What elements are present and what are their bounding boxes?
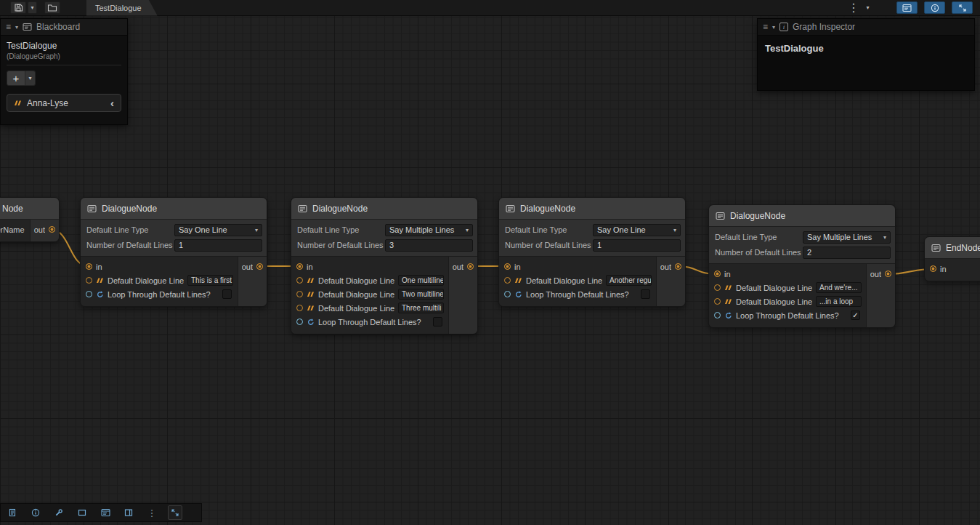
input-port-dialogue-line-1[interactable]: Default Dialogue Line 1 And we're...	[709, 281, 866, 294]
file-panel-button[interactable]	[5, 505, 20, 520]
output-port-out[interactable]: out	[867, 267, 891, 281]
drag-handle-icon[interactable]: ≡	[763, 23, 768, 31]
tools-button[interactable]	[52, 505, 66, 520]
port-connector-icon[interactable]	[296, 291, 303, 297]
drag-handle-icon[interactable]: ≡	[6, 23, 11, 31]
toggle-blackboard-button[interactable]	[896, 1, 918, 14]
toggle-inspector-button[interactable]	[924, 1, 945, 14]
output-port-out[interactable]: out	[31, 223, 55, 236]
blackboard-panel-button[interactable]	[98, 505, 113, 520]
output-port-out[interactable]: out	[238, 260, 263, 273]
port-connector-icon[interactable]	[296, 318, 303, 325]
more-options-button[interactable]: ⋮	[145, 505, 159, 520]
loop-checkbox[interactable]	[222, 289, 232, 299]
fullscreen-button[interactable]	[168, 505, 182, 520]
port-connector-icon[interactable]	[930, 265, 936, 272]
dialogue-line-input[interactable]: Another regu	[606, 275, 652, 286]
graph-inspector-panel[interactable]: ≡ ▾ i Graph Inspector TestDialogue	[757, 18, 975, 91]
save-button[interactable]	[10, 1, 26, 14]
panel-toggle-button[interactable]	[121, 505, 136, 520]
port-connector-icon[interactable]	[504, 291, 511, 297]
port-connector-icon[interactable]	[714, 284, 721, 291]
collapse-arrow-icon[interactable]: ▾	[15, 24, 18, 31]
port-connector-icon[interactable]	[504, 263, 511, 270]
input-port-in[interactable]: in	[709, 267, 866, 281]
loop-checkbox[interactable]	[433, 317, 442, 326]
input-port-dialogue-line-2[interactable]: Default Dialogue Line 2 ...in a loop	[709, 294, 866, 308]
input-port-loop[interactable]: Loop Through Default Lines?	[81, 287, 238, 301]
end-node[interactable]: EndNode in	[924, 236, 980, 281]
port-connector-icon[interactable]	[49, 226, 55, 233]
loop-checkbox[interactable]	[641, 289, 650, 299]
number-of-lines-field[interactable]: 3	[385, 239, 473, 252]
output-port-out[interactable]: out	[449, 260, 474, 273]
inspector-panel-button[interactable]	[28, 505, 43, 520]
input-port-loop[interactable]: Loop Through Default Lines?	[499, 287, 656, 301]
node-title-bar[interactable]: DialogueNode	[81, 198, 267, 220]
input-port-loop[interactable]: Loop Through Default Lines? ✓	[709, 308, 866, 322]
dialogue-line-input[interactable]: ...in a loop	[816, 296, 862, 307]
dialogue-node-4[interactable]: DialogueNode Default Line Type Say Multi…	[708, 204, 896, 328]
number-of-lines-field[interactable]: 1	[174, 239, 262, 252]
graph-inspector-header[interactable]: ≡ ▾ i Graph Inspector	[758, 19, 974, 36]
toggle-fullscreen-button[interactable]	[952, 1, 973, 14]
line-type-dropdown[interactable]: Say Multiple Lines ▾	[385, 224, 473, 236]
port-connector-icon[interactable]	[675, 263, 681, 270]
input-port-dialogue-line[interactable]: Default Dialogue Line This is a first	[81, 273, 238, 287]
input-port-in[interactable]: in	[925, 262, 980, 276]
output-property-row[interactable]: kerName	[0, 223, 30, 236]
graph-tab[interactable]: TestDialogue	[86, 0, 158, 16]
port-connector-icon[interactable]	[86, 263, 92, 270]
input-port-loop[interactable]: Loop Through Default Lines?	[291, 315, 448, 329]
input-port-dialogue-line[interactable]: Default Dialogue Line Another regu	[499, 273, 656, 287]
dialogue-line-input[interactable]: Three multili	[398, 302, 444, 313]
port-connector-icon[interactable]	[296, 277, 303, 284]
node-title-bar[interactable]: Node	[0, 198, 59, 220]
dialogue-line-input[interactable]: One multiline	[398, 275, 444, 286]
dialogue-line-input[interactable]: And we're...	[816, 282, 862, 293]
more-options-button[interactable]: ⋮	[846, 1, 862, 14]
number-of-lines-field[interactable]: 1	[593, 239, 681, 252]
port-connector-icon[interactable]	[467, 263, 474, 270]
port-connector-icon[interactable]	[296, 305, 303, 311]
start-node[interactable]: Node kerName out	[0, 197, 60, 242]
port-connector-icon[interactable]	[296, 263, 303, 270]
input-port-dialogue-line-2[interactable]: Default Dialogue Line 2 Two multiline	[291, 287, 448, 301]
port-connector-icon[interactable]	[714, 312, 721, 318]
expand-chevron-icon[interactable]: ‹	[110, 97, 114, 108]
node-title-bar[interactable]: DialogueNode	[499, 198, 685, 220]
port-connector-icon[interactable]	[504, 277, 511, 284]
port-connector-icon[interactable]	[885, 270, 891, 277]
port-connector-icon[interactable]	[714, 270, 721, 277]
line-type-dropdown[interactable]: Say One Line ▾	[174, 224, 262, 236]
number-of-lines-field[interactable]: 2	[803, 247, 891, 259]
line-type-dropdown[interactable]: Say One Line ▾	[593, 224, 681, 236]
blackboard-panel[interactable]: ≡ ▾ Blackboard TestDialogue (DialogueGra…	[0, 18, 128, 125]
blackboard-header[interactable]: ≡ ▾ Blackboard	[1, 19, 127, 36]
port-connector-icon[interactable]	[86, 277, 92, 284]
graph-canvas[interactable]: Node kerName out DialogueNode Default	[0, 0, 980, 525]
add-property-button[interactable]: +	[7, 71, 25, 86]
save-options-button[interactable]: ▾	[28, 1, 37, 14]
input-port-in[interactable]: in	[499, 260, 656, 273]
node-title-bar[interactable]: DialogueNode	[291, 198, 477, 220]
port-connector-icon[interactable]	[256, 263, 263, 270]
input-port-in[interactable]: in	[291, 260, 448, 273]
line-type-dropdown[interactable]: Say Multiple Lines ▾	[803, 231, 891, 244]
dialogue-node-1[interactable]: DialogueNode Default Line Type Say One L…	[80, 197, 267, 307]
open-asset-button[interactable]	[44, 1, 60, 14]
node-title-bar[interactable]: EndNode	[925, 237, 980, 259]
loop-checkbox[interactable]: ✓	[851, 310, 860, 320]
dialogue-line-input[interactable]: This is a first	[187, 275, 233, 286]
output-port-out[interactable]: out	[657, 260, 681, 273]
dialogue-node-2[interactable]: DialogueNode Default Line Type Say Multi…	[291, 197, 478, 334]
add-property-dropdown-arrow[interactable]: ▾	[25, 71, 36, 86]
window-button[interactable]	[75, 505, 89, 520]
input-port-dialogue-line-3[interactable]: Default Dialogue Line 3 Three multili	[291, 301, 448, 315]
collapse-arrow-icon[interactable]: ▾	[772, 24, 775, 31]
blackboard-field-anna-lyse[interactable]: Anna-Lyse ‹	[7, 94, 121, 112]
node-title-bar[interactable]: DialogueNode	[709, 205, 895, 227]
dialogue-node-3[interactable]: DialogueNode Default Line Type Say One L…	[498, 197, 686, 307]
input-port-in[interactable]: in	[81, 260, 238, 273]
more-options-arrow[interactable]: ▾	[863, 1, 872, 14]
